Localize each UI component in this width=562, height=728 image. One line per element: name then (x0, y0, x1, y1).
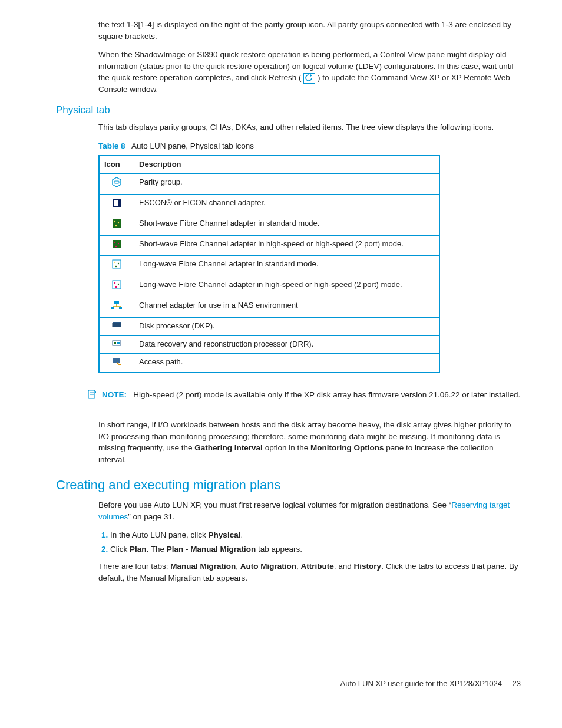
access-path-icon (111, 357, 122, 366)
table-row: Disk processor (DKP). (99, 317, 439, 335)
table-caption: Table 8 Auto LUN pane, Physical tab icon… (98, 140, 521, 152)
intro-p1: the text 1-3[1-4] is displayed on the ri… (98, 19, 521, 42)
physical-tab-icons-table: Icon Description Parity group. ESCON® or… (98, 155, 440, 373)
drr-processor-icon (111, 340, 122, 347)
nas-channel-adapter-icon (111, 300, 123, 311)
heading-creating-plans: Creating and executing migration plans (56, 476, 521, 495)
svg-point-5 (118, 222, 119, 223)
steps-list: In the Auto LUN pane, click Physical. Cl… (98, 529, 521, 555)
svg-rect-0 (114, 181, 119, 183)
shortwave-fc-highspeed-icon (111, 239, 122, 249)
longwave-fc-standard-icon (111, 259, 122, 269)
step-2: Click Plan. The Plan - Manual Migration … (110, 543, 521, 555)
parity-group-icon (111, 177, 122, 187)
page-footer: Auto LUN XP user guide for the XP128/XP1… (56, 678, 521, 690)
svg-point-16 (114, 282, 115, 284)
svg-point-8 (114, 241, 115, 242)
table-row: ESCON® or FICON channel adapter. (99, 194, 439, 215)
note-icon (87, 389, 97, 400)
table-row: Data recovery and reconstruction process… (99, 335, 439, 353)
svg-rect-31 (113, 358, 120, 363)
divider (98, 414, 521, 414)
svg-rect-23 (119, 307, 122, 309)
svg-rect-29 (114, 342, 116, 344)
step-1: In the Auto LUN pane, click Physical. (110, 529, 521, 541)
svg-rect-15 (113, 281, 121, 289)
disk-processor-icon (111, 321, 122, 329)
escon-adapter-icon (111, 197, 122, 208)
table-row: Long-wave Fibre Channel adapter in stand… (99, 256, 439, 276)
table-row: Short-wave Fibre Channel adapter in high… (99, 235, 439, 256)
heading-physical-tab: Physical tab (56, 103, 521, 118)
svg-rect-19 (114, 301, 119, 304)
svg-point-4 (114, 220, 115, 222)
svg-rect-3 (113, 219, 121, 228)
note-block: NOTE: High-speed (2 port) mode is availa… (87, 389, 521, 403)
svg-rect-2 (114, 200, 118, 206)
svg-point-17 (118, 284, 119, 285)
svg-rect-7 (113, 240, 121, 248)
creating-tail: There are four tabs: Manual Migration, A… (98, 561, 521, 584)
svg-rect-22 (111, 307, 114, 309)
physical-lead: This tab displays parity groups, CHAs, D… (98, 121, 521, 133)
longwave-fc-highspeed-icon (111, 279, 122, 290)
svg-point-14 (115, 266, 117, 267)
shortwave-fc-standard-icon (111, 218, 122, 229)
svg-point-9 (118, 242, 119, 243)
table-row: Long-wave Fibre Channel adapter in high-… (99, 276, 439, 297)
th-description: Description (134, 156, 440, 173)
svg-rect-11 (113, 260, 121, 268)
table-row: Parity group. (99, 173, 439, 194)
svg-point-6 (115, 225, 117, 226)
svg-point-18 (115, 286, 117, 288)
after-note-p: In short range, if I/O workloads between… (98, 419, 521, 465)
th-icon: Icon (99, 156, 134, 173)
refresh-icon (303, 73, 315, 84)
svg-point-10 (115, 245, 117, 246)
table-row: Access path. (99, 353, 439, 373)
svg-point-13 (118, 263, 119, 264)
svg-point-12 (114, 262, 115, 263)
divider (98, 384, 521, 384)
creating-lead: Before you use Auto LUN XP, you must fir… (98, 499, 521, 522)
table-row: Channel adapter for use in a NAS environ… (99, 297, 439, 318)
intro-p2: When the ShadowImage or SI390 quick rest… (98, 49, 521, 95)
svg-rect-30 (117, 342, 120, 344)
table-row: Short-wave Fibre Channel adapter in stan… (99, 215, 439, 235)
